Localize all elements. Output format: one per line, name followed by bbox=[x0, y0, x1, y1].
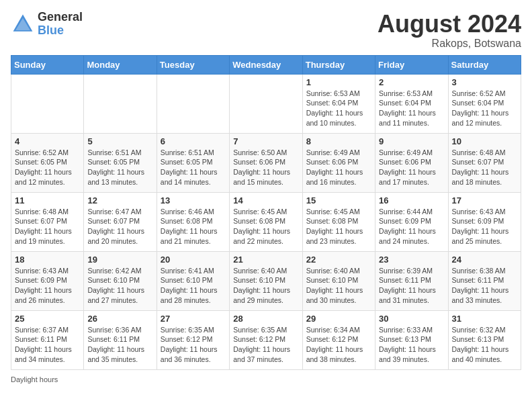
day-info: Sunrise: 6:35 AM Sunset: 6:12 PM Dayligh… bbox=[161, 325, 226, 365]
day-number: 12 bbox=[87, 195, 152, 205]
calendar-cell: 15Sunrise: 6:45 AM Sunset: 6:08 PM Dayli… bbox=[302, 192, 375, 251]
day-info: Sunrise: 6:40 AM Sunset: 6:10 PM Dayligh… bbox=[306, 266, 371, 306]
day-info: Sunrise: 6:43 AM Sunset: 6:09 PM Dayligh… bbox=[15, 266, 80, 306]
column-header-wednesday: Wednesday bbox=[230, 55, 302, 74]
calendar-cell: 4Sunrise: 6:52 AM Sunset: 6:05 PM Daylig… bbox=[11, 133, 84, 192]
day-info: Sunrise: 6:52 AM Sunset: 6:04 PM Dayligh… bbox=[452, 89, 517, 128]
day-number: 19 bbox=[87, 255, 152, 265]
day-number: 9 bbox=[379, 136, 444, 146]
day-number: 18 bbox=[15, 255, 80, 265]
day-number: 11 bbox=[15, 195, 80, 205]
logo-icon bbox=[11, 12, 35, 36]
day-number: 17 bbox=[452, 195, 517, 205]
page-header: General Blue August 2024 Rakops, Botswan… bbox=[11, 11, 521, 50]
column-header-saturday: Saturday bbox=[448, 55, 521, 74]
day-info: Sunrise: 6:45 AM Sunset: 6:08 PM Dayligh… bbox=[233, 207, 298, 246]
day-info: Sunrise: 6:36 AM Sunset: 6:11 PM Dayligh… bbox=[87, 325, 152, 365]
day-number: 31 bbox=[452, 314, 517, 324]
calendar-week-row: 18Sunrise: 6:43 AM Sunset: 6:09 PM Dayli… bbox=[11, 251, 521, 310]
calendar-cell bbox=[230, 74, 302, 133]
day-info: Sunrise: 6:38 AM Sunset: 6:11 PM Dayligh… bbox=[452, 266, 517, 306]
day-info: Sunrise: 6:53 AM Sunset: 6:04 PM Dayligh… bbox=[379, 89, 444, 128]
calendar-cell: 5Sunrise: 6:51 AM Sunset: 6:05 PM Daylig… bbox=[84, 133, 157, 192]
day-number: 4 bbox=[15, 136, 80, 146]
calendar-cell: 17Sunrise: 6:43 AM Sunset: 6:09 PM Dayli… bbox=[448, 192, 521, 251]
calendar-cell: 23Sunrise: 6:39 AM Sunset: 6:11 PM Dayli… bbox=[375, 251, 448, 310]
day-number: 28 bbox=[233, 314, 298, 324]
calendar-week-row: 4Sunrise: 6:52 AM Sunset: 6:05 PM Daylig… bbox=[11, 133, 521, 192]
day-info: Sunrise: 6:45 AM Sunset: 6:08 PM Dayligh… bbox=[306, 207, 371, 246]
calendar-cell: 6Sunrise: 6:51 AM Sunset: 6:05 PM Daylig… bbox=[157, 133, 229, 192]
logo-text: General Blue bbox=[38, 11, 83, 38]
calendar-cell: 24Sunrise: 6:38 AM Sunset: 6:11 PM Dayli… bbox=[448, 251, 521, 310]
day-number: 20 bbox=[161, 255, 226, 265]
calendar-cell: 7Sunrise: 6:50 AM Sunset: 6:06 PM Daylig… bbox=[230, 133, 302, 192]
day-info: Sunrise: 6:40 AM Sunset: 6:10 PM Dayligh… bbox=[233, 266, 298, 306]
column-header-tuesday: Tuesday bbox=[157, 55, 229, 74]
calendar-cell: 8Sunrise: 6:49 AM Sunset: 6:06 PM Daylig… bbox=[302, 133, 375, 192]
day-number: 25 bbox=[15, 314, 80, 324]
calendar-cell: 18Sunrise: 6:43 AM Sunset: 6:09 PM Dayli… bbox=[11, 251, 84, 310]
calendar-cell: 28Sunrise: 6:35 AM Sunset: 6:12 PM Dayli… bbox=[230, 310, 302, 369]
day-number: 23 bbox=[379, 255, 444, 265]
day-info: Sunrise: 6:42 AM Sunset: 6:10 PM Dayligh… bbox=[87, 266, 152, 306]
calendar-cell: 14Sunrise: 6:45 AM Sunset: 6:08 PM Dayli… bbox=[230, 192, 302, 251]
day-number: 7 bbox=[233, 136, 298, 146]
calendar-cell bbox=[11, 74, 84, 133]
day-info: Sunrise: 6:50 AM Sunset: 6:06 PM Dayligh… bbox=[233, 148, 298, 187]
location-subtitle: Rakops, Botswana bbox=[378, 38, 521, 50]
calendar-header-row: SundayMondayTuesdayWednesdayThursdayFrid… bbox=[11, 55, 521, 74]
day-info: Sunrise: 6:34 AM Sunset: 6:12 PM Dayligh… bbox=[306, 325, 371, 365]
day-info: Sunrise: 6:35 AM Sunset: 6:12 PM Dayligh… bbox=[233, 325, 298, 365]
day-number: 26 bbox=[87, 314, 152, 324]
calendar-cell: 26Sunrise: 6:36 AM Sunset: 6:11 PM Dayli… bbox=[84, 310, 157, 369]
day-info: Sunrise: 6:47 AM Sunset: 6:07 PM Dayligh… bbox=[87, 207, 152, 246]
day-number: 16 bbox=[379, 195, 444, 205]
day-info: Sunrise: 6:39 AM Sunset: 6:11 PM Dayligh… bbox=[379, 266, 444, 306]
day-number: 27 bbox=[161, 314, 226, 324]
day-number: 6 bbox=[161, 136, 226, 146]
daylight-label: Daylight hours bbox=[11, 375, 58, 383]
logo-general: General bbox=[38, 11, 83, 24]
calendar-cell: 20Sunrise: 6:41 AM Sunset: 6:10 PM Dayli… bbox=[157, 251, 229, 310]
day-number: 22 bbox=[306, 255, 371, 265]
calendar-cell: 1Sunrise: 6:53 AM Sunset: 6:04 PM Daylig… bbox=[302, 74, 375, 133]
calendar-cell: 19Sunrise: 6:42 AM Sunset: 6:10 PM Dayli… bbox=[84, 251, 157, 310]
column-header-friday: Friday bbox=[375, 55, 448, 74]
calendar-cell: 21Sunrise: 6:40 AM Sunset: 6:10 PM Dayli… bbox=[230, 251, 302, 310]
day-number: 13 bbox=[161, 195, 226, 205]
day-info: Sunrise: 6:49 AM Sunset: 6:06 PM Dayligh… bbox=[379, 148, 444, 187]
calendar-week-row: 1Sunrise: 6:53 AM Sunset: 6:04 PM Daylig… bbox=[11, 74, 521, 133]
calendar-cell: 9Sunrise: 6:49 AM Sunset: 6:06 PM Daylig… bbox=[375, 133, 448, 192]
day-info: Sunrise: 6:33 AM Sunset: 6:13 PM Dayligh… bbox=[379, 325, 444, 365]
calendar-cell: 29Sunrise: 6:34 AM Sunset: 6:12 PM Dayli… bbox=[302, 310, 375, 369]
day-info: Sunrise: 6:51 AM Sunset: 6:05 PM Dayligh… bbox=[87, 148, 152, 187]
calendar-cell: 2Sunrise: 6:53 AM Sunset: 6:04 PM Daylig… bbox=[375, 74, 448, 133]
calendar-cell: 25Sunrise: 6:37 AM Sunset: 6:11 PM Dayli… bbox=[11, 310, 84, 369]
day-number: 30 bbox=[379, 314, 444, 324]
day-number: 10 bbox=[452, 136, 517, 146]
calendar-week-row: 11Sunrise: 6:48 AM Sunset: 6:07 PM Dayli… bbox=[11, 192, 521, 251]
day-info: Sunrise: 6:43 AM Sunset: 6:09 PM Dayligh… bbox=[452, 207, 517, 246]
calendar-cell: 30Sunrise: 6:33 AM Sunset: 6:13 PM Dayli… bbox=[375, 310, 448, 369]
day-info: Sunrise: 6:51 AM Sunset: 6:05 PM Dayligh… bbox=[161, 148, 226, 187]
day-info: Sunrise: 6:48 AM Sunset: 6:07 PM Dayligh… bbox=[15, 207, 80, 246]
day-number: 5 bbox=[87, 136, 152, 146]
calendar-cell: 31Sunrise: 6:32 AM Sunset: 6:13 PM Dayli… bbox=[448, 310, 521, 369]
day-number: 21 bbox=[233, 255, 298, 265]
calendar-cell: 11Sunrise: 6:48 AM Sunset: 6:07 PM Dayli… bbox=[11, 192, 84, 251]
calendar-cell: 10Sunrise: 6:48 AM Sunset: 6:07 PM Dayli… bbox=[448, 133, 521, 192]
calendar-footer: Daylight hours bbox=[11, 375, 521, 383]
logo-blue: Blue bbox=[38, 24, 83, 38]
logo: General Blue bbox=[11, 11, 83, 38]
day-info: Sunrise: 6:46 AM Sunset: 6:08 PM Dayligh… bbox=[161, 207, 226, 246]
day-info: Sunrise: 6:41 AM Sunset: 6:10 PM Dayligh… bbox=[161, 266, 226, 306]
calendar-cell: 27Sunrise: 6:35 AM Sunset: 6:12 PM Dayli… bbox=[157, 310, 229, 369]
calendar-week-row: 25Sunrise: 6:37 AM Sunset: 6:11 PM Dayli… bbox=[11, 310, 521, 369]
day-info: Sunrise: 6:49 AM Sunset: 6:06 PM Dayligh… bbox=[306, 148, 371, 187]
day-info: Sunrise: 6:44 AM Sunset: 6:09 PM Dayligh… bbox=[379, 207, 444, 246]
day-info: Sunrise: 6:37 AM Sunset: 6:11 PM Dayligh… bbox=[15, 325, 80, 365]
column-header-sunday: Sunday bbox=[11, 55, 84, 74]
day-number: 1 bbox=[306, 77, 371, 87]
day-number: 24 bbox=[452, 255, 517, 265]
